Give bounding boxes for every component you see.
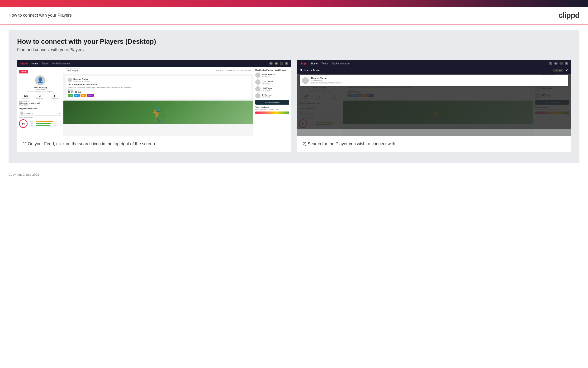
- feed-tab-1[interactable]: Feed: [19, 70, 28, 74]
- top-bar: [0, 0, 588, 7]
- main-content: How to connect with your Players (Deskto…: [9, 30, 579, 163]
- stats-row-1: 129 Activities 3 Followers 4 Following: [19, 94, 61, 99]
- pli-info-hiral: Hiral Pujara Activities: 3: [262, 87, 272, 91]
- player-list-item-3: Hiral Pujara Activities: 3: [255, 86, 289, 92]
- svg-point-0: [270, 63, 272, 64]
- golf-image-1: 🏌️: [63, 101, 253, 124]
- app-nav-1: clippd Home Teams My Performance ⚙: [17, 60, 291, 67]
- app-logo-1: clippd: [20, 62, 27, 65]
- score-bars-1: OTT 79 APP 70 ARG: [30, 121, 61, 127]
- copyright-text: Copyright Clippd 2022: [9, 173, 39, 176]
- team-dashboard-btn-1[interactable]: Team Dashboard: [255, 100, 289, 105]
- main-title: How to connect with your Players (Deskto…: [17, 38, 571, 46]
- most-active-label-1: Most Active Players - Last 30 days: [255, 69, 289, 71]
- settings-icon-2[interactable]: ⚙: [560, 62, 563, 65]
- tag-arg: ARG: [80, 94, 87, 97]
- tag-row-1: OTT APP ARG PUTT: [68, 94, 249, 97]
- heatmap-labels-1: -5 +5: [255, 114, 289, 116]
- app-left-panel-1: Feed Blair McHarg Golf Coach Mill Ride G…: [17, 67, 63, 136]
- app-screenshot-1: clippd Home Teams My Performance ⚙: [17, 60, 291, 136]
- chevron-down-icon: ▾: [59, 112, 60, 114]
- player-select-1[interactable]: Eli Vincent ▾: [19, 111, 61, 116]
- nav-home-2[interactable]: Home: [311, 62, 317, 65]
- profile-avatar-1: [35, 75, 45, 85]
- activity-user-row-1: Richard Butler Yesterday · The Grove: [68, 78, 249, 82]
- nav-teams-1[interactable]: Teams: [42, 62, 48, 65]
- app-right-panel-1: Most Active Players - Last 30 days Richa…: [253, 67, 291, 136]
- settings-icon[interactable]: ⚙: [280, 62, 283, 65]
- search-icon[interactable]: [269, 62, 273, 65]
- footer: Copyright Clippd 2022: [0, 169, 588, 180]
- stat-activities: 129 Activities: [23, 94, 29, 99]
- control-link-1[interactable]: Control who can see your activity and da…: [215, 69, 251, 72]
- search-result-info: Marcus Turner 1-5 Handicap Cypress Point…: [311, 77, 342, 84]
- people-icon[interactable]: [274, 62, 278, 65]
- player-list-item-2: Piers Parnell Activities: 4: [255, 79, 289, 85]
- player-list-item-1: Richard Butler Activities: 7: [255, 73, 289, 78]
- pli-info-eli: Eli Vincent Activities: 1: [262, 94, 272, 98]
- svg-line-5: [551, 64, 552, 64]
- nav-my-performance-1[interactable]: My Performance: [53, 62, 70, 65]
- pli-avatar-richard: [255, 73, 261, 78]
- search-query[interactable]: Marcus Turner: [304, 69, 552, 72]
- bar-arg: ARG 64: [30, 125, 61, 126]
- close-icon[interactable]: ✕: [565, 68, 568, 72]
- clippd-logo: clippd: [559, 11, 579, 20]
- following-bar-1: Following ▾ Control who can see your act…: [63, 67, 253, 74]
- tag-putt: PUTT: [87, 94, 94, 97]
- nav-icons-2: ⚙: [549, 62, 568, 65]
- search-icon-overlay: [300, 69, 303, 72]
- profile-role-1: Golf Coach: [19, 89, 61, 91]
- search-clear-button[interactable]: CLEAR: [553, 69, 563, 72]
- heatmap-bar-1: [255, 111, 289, 114]
- heatmap-sub-1: Player Quality · 20 Round Trend: [255, 109, 289, 110]
- pli-avatar-hiral: [255, 86, 261, 92]
- nav-teams-2[interactable]: Teams: [321, 62, 328, 65]
- tpq-label-1: Total Player Quality: [19, 117, 61, 119]
- act-user-info-1: Richard Butler Yesterday · The Grove: [73, 78, 90, 82]
- nav-my-performance-2[interactable]: My Performance: [332, 62, 350, 65]
- pli-info-piers: Piers Parnell Activities: 4: [262, 80, 273, 84]
- player-select-avatar-1: [20, 111, 24, 115]
- act-avatar-1: [68, 78, 72, 82]
- app-logo-2: clippd: [300, 62, 307, 65]
- act-duration-1: Duration: [68, 89, 249, 91]
- following-button-1[interactable]: Following ▾: [66, 68, 80, 72]
- player-perf-label-1: Player Performance: [19, 108, 61, 110]
- search-result-name: Marcus Turner: [311, 77, 342, 80]
- team-heatmap-label-1: Team Heatmap: [255, 106, 289, 108]
- tag-ott: OTT: [68, 94, 73, 97]
- pli-avatar-eli: [255, 93, 261, 98]
- panel-1-desc-text: 1) On your Feed, click on the search ico…: [23, 141, 285, 147]
- profile-icon-nav-2[interactable]: [565, 62, 568, 65]
- panel-1: clippd Home Teams My Performance ⚙: [17, 60, 291, 152]
- profile-name-1: Blair McHarg: [19, 86, 61, 89]
- profile-club-1: Mill Ride Golf Club, United Kingdom: [19, 91, 61, 92]
- search-result-card[interactable]: Marcus Turner 1-5 Handicap Cypress Point…: [300, 75, 568, 86]
- search-bar: Marcus Turner CLEAR ✕: [297, 67, 571, 74]
- activity-card-1: Richard Butler Yesterday · The Grove Pre…: [66, 76, 251, 99]
- app-body-1: Feed Blair McHarg Golf Coach Mill Ride G…: [17, 67, 291, 136]
- panel-1-description: 1) On your Feed, click on the search ico…: [17, 136, 291, 152]
- profile-icon-nav[interactable]: [285, 62, 288, 65]
- page-title: How to connect with your Players: [9, 13, 72, 18]
- panel-2-desc-text: 2) Search for the Player you wish to con…: [303, 141, 565, 147]
- search-result-handicap: 1-5 Handicap: [311, 80, 342, 82]
- player-list-item-4: Eli Vincent Activities: 1: [255, 93, 289, 98]
- nav-home-1[interactable]: Home: [31, 62, 38, 65]
- profile-area-1: Blair McHarg Golf Coach Mill Ride Golf C…: [19, 75, 61, 92]
- people-icon-2[interactable]: [554, 62, 558, 65]
- header: How to connect with your Players clippd: [0, 7, 588, 25]
- search-icon-2[interactable]: [549, 62, 552, 65]
- panel-2-description: 2) Search for the Player you wish to con…: [297, 136, 571, 152]
- svg-line-1: [271, 64, 272, 64]
- chevron-down-icon-following: ▾: [77, 69, 78, 72]
- stat-following: 4 Following: [51, 94, 58, 99]
- tag-app: APP: [74, 94, 80, 97]
- app-screenshot-2: clippd Home Teams My Performance ⚙: [297, 60, 571, 136]
- search-overlay: Marcus Turner CLEAR ✕ Marcus Turner 1-5 …: [297, 67, 571, 129]
- panel-2: clippd Home Teams My Performance ⚙: [297, 60, 571, 152]
- score-circle-1: 84: [19, 119, 27, 128]
- svg-point-8: [300, 69, 302, 71]
- nav-icons-1: ⚙: [269, 62, 288, 65]
